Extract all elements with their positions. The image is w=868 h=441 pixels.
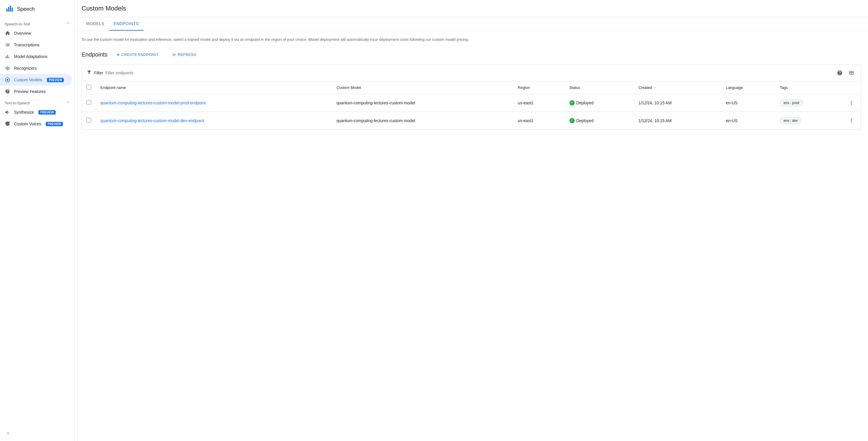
sidebar-item-label: Model Adaptations [14, 54, 48, 59]
sidebar-bottom: « [0, 425, 74, 441]
sidebar-item-label: Custom Voices [14, 121, 41, 126]
synthesize-icon [5, 109, 10, 115]
col-header-region: Region [513, 81, 565, 94]
info-text: To use the custom model for evaluation a… [82, 37, 861, 43]
sidebar-item-label: Recognizers [14, 66, 37, 70]
endpoint-name-link[interactable]: quantum-computing-lectures-custom-model-… [100, 100, 206, 105]
collapse-sidebar-button[interactable]: « [5, 429, 70, 438]
custom-voices-preview-badge: PREVIEW [46, 122, 63, 126]
tab-models[interactable]: MODELS [82, 17, 109, 31]
row-menu-cell [842, 112, 861, 129]
sidebar-item-label: Synthesize [14, 110, 34, 115]
tags-cell: env : dev [775, 112, 842, 129]
sidebar-item-label: Custom Models [14, 78, 42, 82]
sidebar-item-synthesize[interactable]: Synthesize PREVIEW [0, 107, 72, 118]
col-header-checkbox [82, 81, 96, 94]
refresh-icon: ⟳ [173, 53, 176, 57]
content-area: To use the custom model for evaluation a… [74, 31, 868, 441]
col-header-tags: Tags [775, 81, 842, 94]
language-cell: en-US [721, 94, 775, 112]
row-checkbox-cell [82, 112, 96, 129]
created-cell: 1/12/24, 10:15 AM [634, 112, 721, 129]
status-cell: ✓ Deployed [565, 112, 634, 129]
row-menu-cell [842, 94, 861, 112]
language-cell: en-US [721, 112, 775, 129]
select-all-checkbox[interactable] [87, 85, 91, 89]
page-title: Custom Models [82, 5, 861, 12]
col-header-status: Status [565, 81, 634, 94]
sort-asc-icon: ↑ [654, 86, 656, 90]
sidebar-item-custom-voices[interactable]: Custom Voices PREVIEW [0, 118, 72, 130]
endpoint-name-link[interactable]: quantum-computing-lectures-custom-model-… [100, 118, 204, 123]
table-header-row: Endpoint name Custom Model Region Status [82, 81, 861, 94]
endpoints-title: Endpoints [82, 51, 107, 58]
sidebar-item-label: Transcriptions [14, 42, 39, 47]
stt-section-header[interactable]: Speech-to-Text ⌃ [0, 18, 74, 27]
sidebar-item-overview[interactable]: Overview [0, 27, 72, 39]
deployed-status-icon: ✓ [569, 100, 575, 106]
plus-icon: + [117, 52, 120, 57]
col-header-language: Language [721, 81, 775, 94]
filter-input[interactable] [105, 70, 833, 75]
speech-logo-icon [6, 5, 14, 14]
svg-rect-1 [8, 7, 9, 12]
help-icon-button[interactable] [835, 68, 844, 78]
col-header-custom-model: Custom Model [332, 81, 513, 94]
tag-badge: env : dev [780, 117, 802, 124]
table-row: quantum-computing-lectures-custom-model-… [82, 112, 861, 129]
sidebar: Speech Speech-to-Text ⌃ Overview Transcr… [0, 0, 74, 441]
sidebar-item-preview-features[interactable]: Preview Features [0, 86, 72, 97]
sidebar-item-recognizers[interactable]: Recognizers [0, 62, 72, 74]
main-content: Custom Models MODELS ENDPOINTS To use th… [74, 0, 868, 441]
custom-model-cell: quantum-computing-lectures-custom-model [332, 112, 513, 129]
tab-endpoints[interactable]: ENDPOINTS [109, 17, 143, 31]
recognizers-icon [5, 65, 10, 71]
col-header-endpoint-name: Endpoint name [96, 81, 332, 94]
svg-rect-2 [10, 6, 11, 12]
row-menu-button[interactable] [847, 98, 856, 108]
filter-row: Filter [82, 65, 861, 81]
status-deployed: ✓ Deployed [569, 118, 629, 123]
svg-point-4 [7, 79, 9, 81]
sidebar-item-transcriptions[interactable]: Transcriptions [0, 39, 72, 51]
home-icon [5, 30, 10, 36]
tts-section-header[interactable]: Text-to-Speech ⌃ [0, 97, 74, 107]
tabs-bar: MODELS ENDPOINTS [74, 17, 868, 31]
stt-label: Speech-to-Text [5, 22, 30, 26]
sidebar-item-custom-models[interactable]: Custom Models PREVIEW [0, 74, 72, 86]
row-menu-button[interactable] [847, 116, 856, 125]
stt-chevron-icon: ⌃ [66, 22, 70, 26]
svg-rect-0 [6, 9, 7, 12]
row-checkbox-cell [82, 94, 96, 112]
filter-icon [87, 70, 92, 76]
created-cell: 1/12/24, 10:15 AM [634, 94, 721, 112]
svg-rect-3 [12, 7, 13, 12]
table-row: quantum-computing-lectures-custom-model-… [82, 94, 861, 112]
sidebar-item-model-adaptations[interactable]: Model Adaptations [0, 51, 72, 62]
tags-cell: env : prod [775, 94, 842, 112]
row-checkbox[interactable] [87, 100, 91, 105]
endpoints-table-body: quantum-computing-lectures-custom-model-… [82, 94, 861, 129]
col-header-created[interactable]: Created ↑ [634, 81, 721, 94]
synthesize-preview-badge: PREVIEW [38, 110, 55, 115]
endpoints-table-container: Filter [82, 64, 861, 130]
endpoints-table: Endpoint name Custom Model Region Status [82, 81, 861, 129]
columns-icon-button[interactable] [847, 68, 856, 78]
app-title: Speech [17, 6, 35, 12]
custom-voices-icon [5, 121, 10, 127]
endpoints-header: Endpoints + CREATE ENDPOINT ⟳ REFRESH [82, 50, 861, 60]
endpoint-name-cell: quantum-computing-lectures-custom-model-… [96, 112, 332, 129]
filter-actions [835, 68, 856, 78]
model-adaptations-icon [5, 54, 10, 59]
create-endpoint-button[interactable]: + CREATE ENDPOINT [112, 50, 163, 60]
row-checkbox[interactable] [87, 118, 91, 122]
custom-model-cell: quantum-computing-lectures-custom-model [332, 94, 513, 112]
endpoint-name-cell: quantum-computing-lectures-custom-model-… [96, 94, 332, 112]
sidebar-header: Speech [0, 0, 74, 18]
sidebar-item-label: Preview Features [14, 89, 46, 94]
refresh-button[interactable]: ⟳ REFRESH [168, 50, 201, 59]
preview-features-icon [5, 89, 10, 94]
filter-label: Filter [94, 70, 103, 75]
tag-badge: env : prod [780, 99, 803, 107]
custom-models-icon [5, 77, 10, 83]
